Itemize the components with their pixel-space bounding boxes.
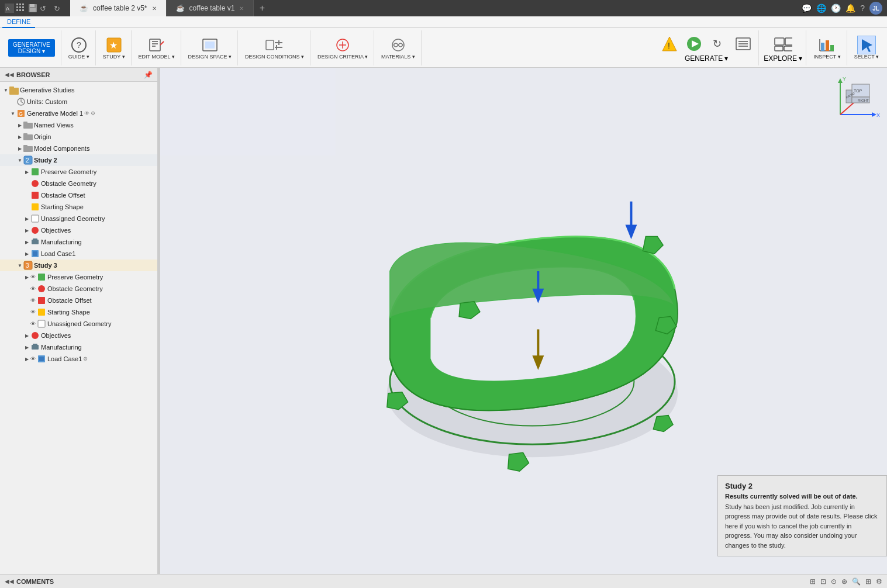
design-criteria-button[interactable]: DESIGN CRITERIA ▾ xyxy=(315,34,370,61)
collapse-left-icon[interactable]: ◀◀ xyxy=(5,578,14,584)
materials-button[interactable]: MATERIALS ▾ xyxy=(379,34,417,61)
tab-coffee-table-1[interactable]: ☕ coffee table v1 ✕ xyxy=(167,0,254,16)
tab-close-1[interactable]: ✕ xyxy=(239,5,244,12)
arrow-s3-mfg[interactable]: ▶ xyxy=(23,345,30,350)
svg-rect-5 xyxy=(19,4,21,5)
svg-rect-9 xyxy=(22,6,24,8)
bell-icon[interactable]: 🔔 xyxy=(845,4,855,13)
tree-item-s2-obstacle-offset[interactable]: Obstacle Offset xyxy=(0,189,157,201)
browser-pin-icon[interactable]: 📌 xyxy=(144,71,153,79)
generate-warn-button[interactable]: ! xyxy=(658,33,681,54)
undo-icon[interactable]: ↺ xyxy=(40,4,51,13)
user-avatar[interactable]: JL xyxy=(869,2,882,15)
arrow-model-components[interactable]: ▶ xyxy=(16,146,23,151)
svg-rect-72 xyxy=(32,192,39,199)
generate-refresh-button[interactable]: ↻ xyxy=(707,33,730,54)
eye-s3-obstacle[interactable]: 👁 xyxy=(30,286,36,292)
view-cube[interactable]: X Y TOP FRONT RIGHT xyxy=(834,74,881,120)
zoom-fit-icon[interactable]: ⊛ xyxy=(841,577,847,586)
tree-item-s3-mfg[interactable]: ▶ Manufacturing xyxy=(0,341,157,353)
tree-item-generative-studies[interactable]: ▼ Generative Studies xyxy=(0,84,157,96)
arrow-origin[interactable]: ▶ xyxy=(16,134,23,140)
new-tab-button[interactable]: + xyxy=(254,0,270,16)
eye-toggle-gen-model[interactable]: 👁 xyxy=(84,110,89,116)
tree-item-gen-model-1[interactable]: ▼ G Generative Model 1 👁 ⚙ xyxy=(0,108,157,119)
arrow-generative-studies[interactable]: ▼ xyxy=(2,88,9,93)
tab-close-0[interactable]: ✕ xyxy=(152,5,157,12)
tree-item-s3-preserve[interactable]: ▶ 👁 Preserve Geometry xyxy=(0,271,157,283)
chat-icon[interactable]: 💬 xyxy=(802,4,812,13)
tab-coffee-table-2[interactable]: ☕ coffee table 2 v5* ✕ xyxy=(70,0,167,16)
design-conditions-button[interactable]: DESIGN CONDITIONS ▾ xyxy=(243,34,306,61)
tree-item-s2-unassigned[interactable]: ▶ Unassigned Geometry xyxy=(0,213,157,224)
tree-item-named-views[interactable]: ▶ Named Views xyxy=(0,119,157,131)
study-group: ★ STUDY ▾ xyxy=(97,30,132,65)
gen-design-label[interactable]: GENERATIVEDESIGN ▾ xyxy=(8,39,55,57)
arrow-s2-objectives[interactable]: ▶ xyxy=(23,228,30,233)
eye-s3-obstacle-offset[interactable]: 👁 xyxy=(30,298,36,303)
viewport[interactable]: X Y TOP FRONT RIGHT Study 2 Results curr… xyxy=(160,68,887,574)
inspect-button[interactable]: INSPECT ▾ xyxy=(811,34,843,61)
eye-s3-preserve[interactable]: 👁 xyxy=(30,274,36,280)
help-icon[interactable]: ? xyxy=(860,4,865,13)
tree-item-s3-load[interactable]: ▶ 👁 Load Case1 ⚙ xyxy=(0,353,157,365)
arrow-study-2[interactable]: ▼ xyxy=(16,158,23,163)
menu-icon[interactable] xyxy=(16,4,26,13)
tree-item-model-components[interactable]: ▶ Model Components xyxy=(0,143,157,154)
tree-item-study-3[interactable]: ▼ 3 Study 3 xyxy=(0,260,157,271)
tree-item-s3-obstacle[interactable]: 👁 Obstacle Geometry xyxy=(0,283,157,295)
tree-item-s3-obstacle-offset[interactable]: 👁 Obstacle Offset xyxy=(0,295,157,306)
comments-label: COMMENTS xyxy=(16,578,54,585)
eye-s3-starting[interactable]: 👁 xyxy=(30,309,36,315)
tree-item-s3-starting[interactable]: 👁 Starting Shape xyxy=(0,306,157,318)
tree-item-study-2[interactable]: ▼ 2 Study 2 xyxy=(0,154,157,166)
arrow-s2-load[interactable]: ▶ xyxy=(23,251,30,257)
gear-s3-load[interactable]: ⚙ xyxy=(83,356,88,362)
tree-item-s2-objectives[interactable]: ▶ Objectives xyxy=(0,224,157,236)
generate-list-button[interactable] xyxy=(731,33,755,54)
generate-play-button[interactable] xyxy=(682,33,706,54)
tree-item-s2-preserve[interactable]: ▶ Preserve Geometry xyxy=(0,166,157,178)
arrow-s3-load[interactable]: ▶ xyxy=(23,357,30,362)
tree-item-units[interactable]: Units: Custom xyxy=(0,96,157,108)
tree-item-s2-starting[interactable]: Starting Shape xyxy=(0,201,157,213)
zoom-icon[interactable]: 🔍 xyxy=(852,577,861,586)
tree-item-origin[interactable]: ▶ Origin xyxy=(0,131,157,143)
browser-collapse-icon[interactable]: ◀◀ xyxy=(5,71,14,78)
tree-item-s2-mfg[interactable]: ▶ Manufacturing xyxy=(0,236,157,248)
edit-model-label: EDIT MODEL ▾ xyxy=(139,54,175,60)
arrow-s2-preserve[interactable]: ▶ xyxy=(23,170,30,175)
design-space-button[interactable]: DESIGN SPACE ▾ xyxy=(186,34,234,61)
viewport-icon-2[interactable]: ⊡ xyxy=(820,577,826,586)
eye-s3-load[interactable]: 👁 xyxy=(30,356,36,362)
tree-item-s2-obstacle[interactable]: Obstacle Geometry xyxy=(0,178,157,189)
explore-button[interactable] xyxy=(771,33,795,54)
gen-design-button[interactable]: GENERATIVEDESIGN ▾ xyxy=(6,38,57,58)
tree-item-s2-load[interactable]: ▶ Load Case1 xyxy=(0,248,157,260)
arrow-study-3[interactable]: ▼ xyxy=(16,263,23,268)
arrow-s3-objectives[interactable]: ▶ xyxy=(23,333,30,338)
arrow-s2-unassigned[interactable]: ▶ xyxy=(23,216,30,222)
save-icon[interactable] xyxy=(28,4,37,13)
guide-button[interactable]: ? GUIDE ▾ xyxy=(66,34,92,61)
clock-icon[interactable]: 🕐 xyxy=(831,4,841,13)
study-button[interactable]: ★ STUDY ▾ xyxy=(101,34,127,61)
settings-icon[interactable]: ⚙ xyxy=(876,577,882,586)
eye-s3-unassigned[interactable]: 👁 xyxy=(30,321,36,327)
tree-item-s3-unassigned[interactable]: 👁 Unassigned Geometry xyxy=(0,318,157,330)
define-tab[interactable]: DEFINE xyxy=(2,16,35,28)
arrow-gen-model[interactable]: ▼ xyxy=(9,111,16,116)
design-criteria-group: DESIGN CRITERIA ▾ xyxy=(312,30,374,65)
viewport-icon-3[interactable]: ⊙ xyxy=(831,577,837,586)
globe-icon[interactable]: 🌐 xyxy=(816,4,826,13)
tree-item-s3-objectives[interactable]: ▶ Objectives xyxy=(0,330,157,341)
redo-icon[interactable]: ↻ xyxy=(54,4,65,13)
display-icon[interactable]: ⊞ xyxy=(865,577,871,586)
viewport-icon-1[interactable]: ⊞ xyxy=(810,577,816,586)
arrow-s2-mfg[interactable]: ▶ xyxy=(23,240,30,245)
select-button[interactable]: SELECT ▾ xyxy=(852,34,881,61)
arrow-named-views[interactable]: ▶ xyxy=(16,123,23,128)
arrow-s3-preserve[interactable]: ▶ xyxy=(23,275,30,280)
gear-gen-model[interactable]: ⚙ xyxy=(91,110,95,116)
edit-model-button[interactable]: EDIT MODEL ▾ xyxy=(136,34,177,61)
